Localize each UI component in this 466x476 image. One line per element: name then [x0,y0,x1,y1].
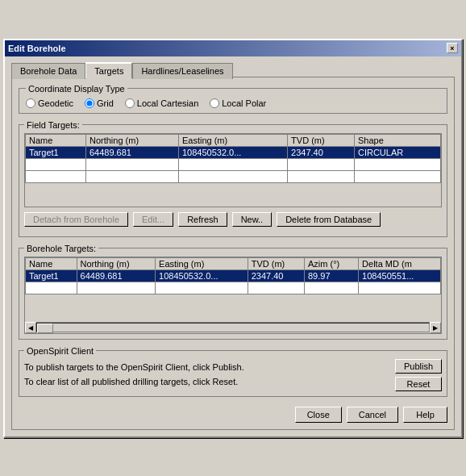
bh-cell-azim: 89.97 [305,269,359,282]
scroll-right-arrow[interactable]: ▶ [430,322,441,333]
tab-bar: Borehole Data Targets Hardlines/Leaselin… [11,61,455,77]
radio-local-polar[interactable]: Local Polar [210,98,266,108]
bh-col-azim: Azim (°) [305,257,359,269]
bh-row-empty1 [26,282,441,294]
title-bar-buttons: × [447,43,458,53]
field-targets-group: Field Targets: Name Northing (m) Easting… [19,120,447,237]
field-targets-table: Name Northing (m) Easting (m) TVD (m) Sh… [25,134,441,183]
spirit-text-line1: To publish targets to the OpenSpirit Cli… [24,361,244,375]
col-shape: Shape [354,134,440,146]
geodetic-label: Geodetic [38,98,73,108]
scroll-left-arrow[interactable]: ◀ [25,322,36,333]
cancel-button[interactable]: Cancel [347,407,398,423]
horizontal-scrollbar[interactable]: ◀ ▶ [25,322,441,333]
open-spirit-legend: OpenSpirit Client [24,346,96,356]
table-row-empty1 [26,158,441,170]
tab-targets[interactable]: Targets [85,62,132,78]
radio-local-cartesian[interactable]: Local Cartesian [125,98,198,108]
local-polar-label: Local Polar [222,98,266,108]
new-button[interactable]: New.. [232,212,273,227]
field-target-buttons: Detach from Borehole Edit... Refresh New… [24,212,442,227]
col-northing: Northing (m) [85,134,178,146]
detach-button[interactable]: Detach from Borehole [24,212,128,227]
borehole-targets-table-container: Name Northing (m) Easting (m) TVD (m) Az… [25,257,441,322]
tab-hardlines[interactable]: Hardlines/Leaselines [132,63,232,79]
coord-radio-row: Geodetic Grid Local Cartesian Local Pola… [26,97,440,108]
col-tvd: TVD (m) [288,134,355,146]
bh-col-name: Name [26,257,77,269]
cell-easting: 108450532.0... [178,146,287,158]
bh-col-easting: Easting (m) [156,257,248,269]
tab-content: Coordinate Display Type Geodetic Grid Lo… [11,77,455,430]
close-button[interactable]: × [447,43,458,53]
cell-northing: 64489.681 [85,146,178,158]
spirit-text: To publish targets to the OpenSpirit Cli… [24,361,244,389]
open-spirit-group: OpenSpirit Client To publish targets to … [19,346,447,397]
spirit-buttons: Publish Reset [395,359,442,391]
radio-grid[interactable]: Grid [85,98,114,108]
grid-radio[interactable] [85,98,94,108]
borehole-targets-table-wrapper: Name Northing (m) Easting (m) TVD (m) Az… [24,257,442,334]
scroll-thumb[interactable] [37,324,53,333]
col-easting: Easting (m) [178,134,287,146]
grid-label: Grid [97,98,114,108]
bh-cell-tvd: 2347.40 [248,269,304,282]
field-targets-table-wrapper: Name Northing (m) Easting (m) TVD (m) Sh… [24,133,442,207]
scroll-track[interactable] [36,323,430,332]
table-row[interactable]: Target1 64489.681 108450532.0... 2347.40… [26,146,441,158]
window-title: Edit Borehole [8,44,66,53]
spirit-text-line2: To clear list of all published drilling … [24,375,244,390]
field-targets-legend: Field Targets: [24,120,82,130]
delete-button[interactable]: Delete from Database [277,212,381,227]
col-name: Name [26,134,86,146]
coord-display-group: Coordinate Display Type Geodetic Grid Lo… [19,84,447,114]
local-polar-radio[interactable] [210,98,219,108]
help-button[interactable]: Help [403,407,447,423]
cell-shape: CIRCULAR [354,146,440,158]
bh-cell-name: Target1 [26,269,77,282]
borehole-targets-legend: Borehole Targets: [24,244,98,253]
title-bar: Edit Borehole × [5,40,461,56]
bh-col-northing: Northing (m) [77,257,156,269]
publish-button[interactable]: Publish [395,359,442,374]
local-cartesian-radio[interactable] [125,98,135,108]
borehole-targets-table: Name Northing (m) Easting (m) TVD (m) Az… [25,257,441,294]
bh-cell-easting: 108450532.0... [156,269,248,282]
close-button[interactable]: Close [295,407,342,423]
window-body: Borehole Data Targets Hardlines/Leaselin… [5,56,461,436]
spirit-content: To publish targets to the OpenSpirit Cli… [24,359,442,391]
bh-cell-northing: 64489.681 [77,269,156,282]
tab-borehole-data[interactable]: Borehole Data [11,63,85,79]
edit-borehole-window: Edit Borehole × Borehole Data Targets Ha… [3,39,463,438]
bh-col-tvd: TVD (m) [248,257,304,269]
reset-button[interactable]: Reset [395,377,442,391]
coord-display-legend: Coordinate Display Type [26,84,127,94]
edit-button[interactable]: Edit... [133,212,173,227]
bottom-buttons: Close Cancel Help [19,403,447,423]
refresh-button[interactable]: Refresh [178,212,227,227]
table-row-empty2 [26,170,441,182]
field-targets-table-container: Name Northing (m) Easting (m) TVD (m) Sh… [25,134,441,207]
radio-geodetic[interactable]: Geodetic [26,98,73,108]
geodetic-radio[interactable] [26,98,35,108]
cell-tvd: 2347.40 [288,146,355,158]
borehole-targets-group: Borehole Targets: Name Northing (m) East… [19,244,447,340]
bh-col-delta-md: Delta MD (m [359,257,441,269]
bh-cell-delta-md: 108450551... [359,269,441,282]
cell-name: Target1 [26,146,86,158]
local-cartesian-label: Local Cartesian [137,98,198,108]
bh-table-row[interactable]: Target1 64489.681 108450532.0... 2347.40… [26,269,441,282]
